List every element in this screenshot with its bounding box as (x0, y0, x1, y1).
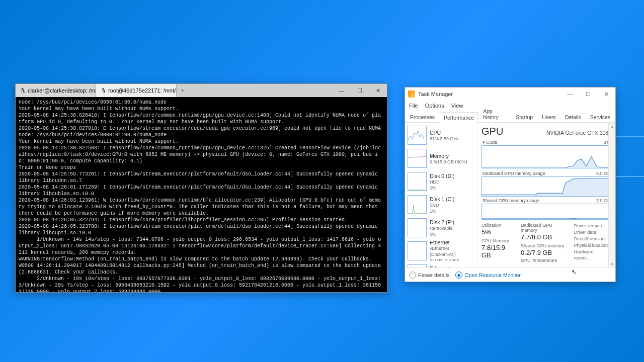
sidebar-item-disk0[interactable]: Disk 0 (D:)HDD0% (406, 170, 476, 193)
gpu-utilization: 5% (481, 228, 516, 236)
minimize-button[interactable]: — (333, 84, 351, 97)
sidebar-item-ethernet0[interactable]: EthernetvEthernet (DockerNAT)S: 0 R: 0 K… (406, 240, 476, 262)
maximize-button[interactable]: ☐ (579, 87, 597, 101)
terminal-tabbar: 🐧 clarker@clarkerdesktop: /mnt/c… ✕ 🐧 ro… (16, 84, 387, 97)
scroll-down-icon[interactable]: ▾ (609, 260, 615, 267)
tab-details[interactable]: Details (561, 112, 585, 122)
terminal-tab-label: clarker@clarkerdesktop: /mnt/c… (28, 87, 96, 94)
gpu-cuda-chart[interactable] (481, 145, 611, 168)
close-button[interactable]: ✕ (369, 84, 387, 97)
close-button[interactable]: ✕ (597, 87, 615, 101)
gpu-dedicated-memory: 7.7/8.0 GB (521, 233, 569, 241)
tab-app-history[interactable]: App history (479, 106, 511, 122)
fewer-details-button[interactable]: ˄ Fewer details (409, 272, 449, 279)
tux-icon: 🐧 (100, 88, 106, 94)
tux-icon: 🐧 (20, 88, 26, 94)
tabbar: Processes Performance App history Startu… (405, 111, 615, 123)
task-manager-footer: ˄ Fewer details ◉ Open Resource Monitor (405, 267, 615, 282)
tab-services[interactable]: Services (586, 112, 614, 122)
perf-main: GPU NVIDIA GeForce GTX 1080 ▾ Cuda3% Ded… (477, 123, 615, 267)
menu-file[interactable]: File (409, 103, 418, 109)
terminal-output[interactable]: node: /sys/bus/pci/devices/0000:01:00.0/… (16, 97, 387, 292)
scrollbar[interactable]: ▴ ▾ (608, 123, 615, 267)
window-title: Task Manager (418, 91, 453, 97)
task-manager-icon (408, 90, 415, 98)
cursor-icon: ↖ (572, 268, 577, 276)
gpu-dedicated-mem-chart[interactable] (481, 176, 611, 197)
gpu-shared-memory: 0.2/7.9 GB (521, 249, 569, 256)
minimize-button[interactable]: — (561, 87, 579, 101)
terminal-tab-label: root@46d175e22171: /mnt/c/U… (108, 87, 177, 94)
task-manager-window: Task Manager — ☐ ✕ File Options View Pro… (405, 87, 616, 282)
perf-sidebar: CPU61% 3.59 GHz Memory9.5/15.9 GB (60%) … (405, 123, 477, 267)
terminal-tab-0[interactable]: 🐧 clarker@clarkerdesktop: /mnt/c… ✕ (16, 84, 96, 97)
maximize-button[interactable]: ☐ (351, 84, 369, 97)
tab-processes[interactable]: Processes (406, 112, 439, 122)
open-resource-monitor-link[interactable]: ◉ Open Resource Monitor (455, 272, 520, 279)
gpu-memory: 7.8/15.9 GB (481, 244, 516, 259)
tab-users[interactable]: Users (538, 112, 559, 122)
gpu-device-name: NVIDIA GeForce GTX 1080 (546, 130, 611, 136)
svg-marker-0 (482, 156, 611, 168)
terminal-window: 🐧 clarker@clarkerdesktop: /mnt/c… ✕ 🐧 ro… (15, 83, 387, 293)
gpu-shared-mem-chart[interactable] (481, 204, 611, 220)
terminal-tab-1[interactable]: 🐧 root@46d175e22171: /mnt/c/U… ✕ (96, 84, 177, 97)
monitor-icon: ◉ (455, 272, 462, 279)
tab-startup[interactable]: Startup (512, 112, 537, 122)
tab-performance[interactable]: Performance (440, 112, 478, 123)
sidebar-item-ethernet1[interactable]: EthernetEthernetS: 344 R: 0 Kbps (406, 263, 476, 267)
menu-view[interactable]: View (451, 103, 463, 109)
menu-options[interactable]: Options (425, 103, 444, 109)
new-tab-button[interactable]: + (177, 84, 189, 97)
sidebar-item-disk1[interactable]: Disk 1 (C:)SSD1% (406, 194, 476, 216)
sidebar-item-cpu[interactable]: CPU61% 3.59 GHz (406, 124, 476, 147)
scroll-up-icon[interactable]: ▴ (609, 123, 615, 130)
chevron-up-icon: ˄ (409, 272, 416, 279)
sidebar-item-disk2[interactable]: Disk 2 (E:)Removable0% (406, 217, 476, 239)
titlebar[interactable]: Task Manager — ☐ ✕ (405, 87, 615, 101)
gpu-driver-info: Driver version: Driver date: DirectX ver… (574, 223, 611, 263)
sidebar-item-label: CPU (430, 130, 459, 136)
sidebar-item-memory[interactable]: Memory9.5/15.9 GB (60%) (406, 147, 476, 170)
gpu-heading: GPU (481, 126, 503, 137)
